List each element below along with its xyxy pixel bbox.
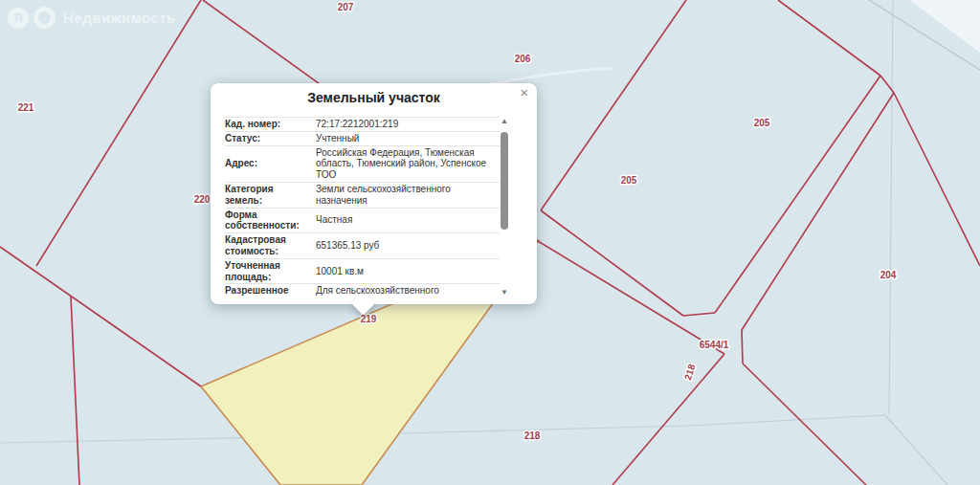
parcel-label: 218 bbox=[524, 430, 541, 441]
attr-label: Статус: bbox=[225, 133, 313, 144]
parcel-attributes: Кад. номер: 72:17:2212001:219 Статус: Уч… bbox=[225, 117, 500, 299]
attr-value: Российская Федерация, Тюменская область,… bbox=[313, 147, 500, 181]
parcel-label-rotated: 218 bbox=[682, 363, 698, 382]
scroll-down-icon[interactable]: ▼ bbox=[499, 289, 510, 297]
parcel-label: 221 bbox=[18, 102, 34, 113]
parcel-label: 207 bbox=[338, 2, 354, 12]
parcel-info-popup: Земельный участок × Кад. номер: 72:17:22… bbox=[211, 83, 537, 304]
faint-vertical-line bbox=[889, 0, 893, 415]
parcel-label: 204 bbox=[880, 270, 897, 280]
attr-value: Частная bbox=[313, 214, 500, 226]
attr-label: Кадастровая стоимость: bbox=[225, 234, 313, 257]
parcel-label: 205 bbox=[621, 175, 637, 186]
faint-horizontal-line bbox=[402, 415, 885, 433]
table-row: Форма собственности: Частная bbox=[225, 209, 500, 234]
parcel-label: 205 bbox=[754, 118, 770, 128]
attr-label: Уточненная площадь: bbox=[225, 260, 313, 283]
popup-scrollbar[interactable]: ▲ ▼ bbox=[499, 118, 510, 297]
close-icon[interactable]: × bbox=[520, 85, 528, 100]
map-block-light bbox=[909, 0, 980, 53]
selected-parcel-label: 219 bbox=[361, 314, 377, 324]
attr-value: Учтенный bbox=[313, 133, 500, 144]
popup-title: Земельный участок bbox=[211, 90, 537, 105]
table-row: Категория земель: Земли сельскохозяйстве… bbox=[225, 183, 500, 209]
attr-label: Категория земель: bbox=[225, 184, 313, 207]
faint-horizontal-line-left bbox=[0, 437, 278, 443]
table-row: Разрешенное Для сельскохозяйственного bbox=[225, 284, 500, 298]
attr-value: Земли сельскохозяйственного назначения bbox=[313, 184, 500, 207]
parcel-label: 6544/1 bbox=[700, 340, 729, 350]
scroll-up-icon[interactable]: ▲ bbox=[499, 118, 510, 125]
attr-value: 10001 кв.м bbox=[313, 266, 500, 277]
table-row: Уточненная площадь: 10001 кв.м bbox=[225, 259, 500, 285]
attr-value: 651365.13 руб bbox=[313, 240, 500, 252]
scrollbar-thumb[interactable] bbox=[501, 132, 508, 230]
cadastral-map-screen: 207 206 221 220 205 205 204 6544/1 218 2… bbox=[0, 0, 980, 485]
parcel-label: 206 bbox=[515, 54, 531, 64]
table-row: Кадастровая стоимость: 651365.13 руб bbox=[225, 233, 500, 259]
table-row: Адрес: Российская Федерация, Тюменская о… bbox=[225, 146, 500, 183]
table-row: Кад. номер: 72:17:2212001:219 bbox=[225, 118, 500, 132]
attr-value: 72:17:2212001:219 bbox=[313, 119, 500, 130]
table-row: Статус: Учтенный bbox=[225, 132, 500, 146]
attr-label: Кад. номер: bbox=[225, 119, 313, 130]
attr-label: Разрешенное bbox=[225, 285, 313, 297]
attr-value: Для сельскохозяйственного bbox=[313, 285, 500, 297]
attr-label: Адрес: bbox=[225, 158, 313, 169]
attr-label: Форма собственности: bbox=[225, 209, 313, 232]
faint-diagonal-line bbox=[885, 415, 947, 485]
parcel-label: 220 bbox=[194, 194, 211, 205]
